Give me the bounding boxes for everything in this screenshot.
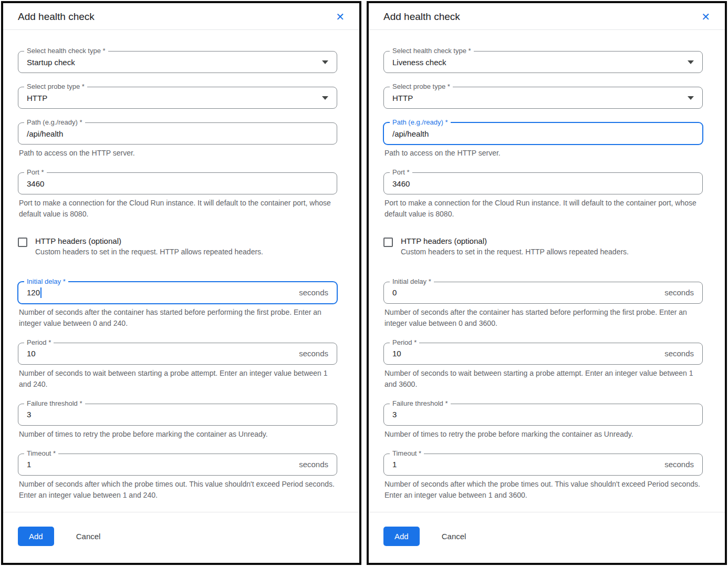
field-label: Port * <box>24 168 47 176</box>
field-group-health-check-type: Select health check type * Liveness chec… <box>383 51 703 73</box>
field-value: HTTP <box>392 94 413 102</box>
period-input[interactable]: Period * 10 seconds <box>18 343 337 365</box>
dialog-title: Add health check <box>383 11 460 23</box>
field-group-failure-threshold: Failure threshold * 3 Number of times to… <box>18 404 337 440</box>
field-group-timeout: Timeout * 1 seconds Number of seconds af… <box>383 454 703 501</box>
field-value: /api/health <box>392 129 429 138</box>
field-label: Path (e.g./ready) * <box>390 118 451 126</box>
field-label: Select health check type * <box>24 47 108 55</box>
add-button[interactable]: Add <box>383 527 420 546</box>
field-group-port: Port * 3460 Port to make a connection fo… <box>383 172 703 220</box>
dialog-footer: Add Cancel <box>3 512 359 563</box>
dialogs-container: Add health check ✕ Select health check t… <box>0 0 728 566</box>
helper-text: Path to access on the HTTP server. <box>384 148 702 159</box>
field-group-port: Port * 3460 Port to make a connection fo… <box>18 172 337 220</box>
field-label: Failure threshold * <box>24 399 85 407</box>
field-value: Liveness check <box>392 58 446 67</box>
text-cursor <box>40 287 41 298</box>
field-value: /api/health <box>27 129 63 138</box>
field-value: 3 <box>392 410 397 419</box>
port-input[interactable]: Port * 3460 <box>383 172 703 194</box>
field-group-timeout: Timeout * 1 seconds Number of seconds af… <box>18 454 337 501</box>
health-check-type-select[interactable]: Select health check type * Startup check <box>18 51 337 73</box>
field-suffix: seconds <box>299 460 328 469</box>
period-input[interactable]: Period * 10 seconds <box>383 343 703 365</box>
checkbox-text: HTTP headers (optional) Custom headers t… <box>35 236 263 258</box>
helper-text: Number of times to retry the probe befor… <box>19 429 336 440</box>
field-suffix: seconds <box>299 349 328 358</box>
dialog-body: Select health check type * Liveness chec… <box>369 30 725 512</box>
helper-text: Number of seconds after which the probe … <box>19 479 336 501</box>
failure-threshold-input[interactable]: Failure threshold * 3 <box>18 404 337 426</box>
field-group-probe-type: Select probe type * HTTP <box>18 87 337 109</box>
field-group-initial-delay: Initial delay * 0 seconds Number of seco… <box>383 282 703 329</box>
checkbox-label[interactable]: HTTP headers (optional) <box>35 236 263 245</box>
field-value: Startup check <box>27 58 75 67</box>
checkbox-helper: Custom headers to set in the request. HT… <box>35 247 263 258</box>
initial-delay-input[interactable]: Initial delay * 120 seconds <box>18 282 337 304</box>
dropdown-arrow-icon <box>688 60 694 64</box>
dropdown-arrow-icon <box>688 96 694 100</box>
field-value: 1 <box>392 460 397 469</box>
field-value: 1 <box>27 460 31 469</box>
http-headers-checkbox[interactable] <box>383 238 393 247</box>
field-label: Initial delay * <box>24 277 68 285</box>
field-value: 3460 <box>392 179 410 188</box>
http-headers-checkbox[interactable] <box>18 238 27 247</box>
field-label: Port * <box>390 168 412 176</box>
close-icon[interactable]: ✕ <box>700 11 711 23</box>
dialog-footer: Add Cancel <box>369 512 725 563</box>
dropdown-arrow-icon <box>322 96 328 100</box>
field-value: 10 <box>392 349 401 358</box>
initial-delay-input[interactable]: Initial delay * 0 seconds <box>383 282 703 304</box>
dialog-header: Add health check ✕ <box>369 3 725 30</box>
path-input[interactable]: Path (e.g./ready) * /api/health <box>383 122 703 145</box>
dialog-startup-check: Add health check ✕ Select health check t… <box>1 1 361 565</box>
field-suffix: seconds <box>664 349 694 358</box>
field-group-path: Path (e.g./ready) * /api/health Path to … <box>383 122 703 159</box>
helper-text: Path to access on the HTTP server. <box>19 148 336 159</box>
field-value: HTTP <box>27 94 47 102</box>
field-value: 120 <box>27 288 40 297</box>
probe-type-select[interactable]: Select probe type * HTTP <box>18 87 337 109</box>
field-label: Select probe type * <box>24 83 87 90</box>
helper-text: Port to make a connection for the Cloud … <box>384 198 702 220</box>
helper-text: Number of seconds after the container ha… <box>19 307 336 329</box>
close-icon[interactable]: ✕ <box>335 11 346 23</box>
field-label: Initial delay * <box>390 277 434 285</box>
dialog-body: Select health check type * Startup check… <box>3 30 359 512</box>
field-group-initial-delay: Initial delay * 120 seconds Number of se… <box>18 282 337 329</box>
cancel-button[interactable]: Cancel <box>76 532 101 541</box>
field-label: Timeout * <box>390 449 424 457</box>
helper-text: Number of times to retry the probe befor… <box>384 429 702 440</box>
health-check-type-select[interactable]: Select health check type * Liveness chec… <box>383 51 703 73</box>
helper-text: Port to make a connection for the Cloud … <box>19 198 336 220</box>
field-group-probe-type: Select probe type * HTTP <box>383 87 703 109</box>
timeout-input[interactable]: Timeout * 1 seconds <box>18 454 337 476</box>
field-group-failure-threshold: Failure threshold * 3 Number of times to… <box>383 404 703 440</box>
probe-type-select[interactable]: Select probe type * HTTP <box>383 87 703 109</box>
checkbox-label[interactable]: HTTP headers (optional) <box>401 236 629 245</box>
field-value: 3 <box>27 410 31 419</box>
helper-text: Number of seconds after the container ha… <box>384 307 702 329</box>
failure-threshold-input[interactable]: Failure threshold * 3 <box>383 404 703 426</box>
cancel-button[interactable]: Cancel <box>442 532 466 541</box>
field-group-path: Path (e.g./ready) * /api/health Path to … <box>18 122 337 159</box>
field-value: 0 <box>392 288 397 297</box>
helper-text: Number of seconds to wait between starti… <box>384 368 702 390</box>
timeout-input[interactable]: Timeout * 1 seconds <box>383 454 703 476</box>
field-label: Period * <box>390 338 419 346</box>
field-label: Select health check type * <box>390 47 474 55</box>
field-label: Timeout * <box>24 449 58 457</box>
field-suffix: seconds <box>299 288 328 297</box>
field-suffix: seconds <box>664 288 694 297</box>
field-value: 3460 <box>27 179 44 188</box>
checkbox-helper: Custom headers to set in the request. HT… <box>401 247 629 258</box>
add-button[interactable]: Add <box>18 527 54 546</box>
dialog-title: Add health check <box>18 11 95 23</box>
field-group-period: Period * 10 seconds Number of seconds to… <box>383 343 703 390</box>
field-label: Failure threshold * <box>390 399 451 407</box>
path-input[interactable]: Path (e.g./ready) * /api/health <box>18 122 337 145</box>
http-headers-group: HTTP headers (optional) Custom headers t… <box>18 236 337 258</box>
port-input[interactable]: Port * 3460 <box>18 172 337 194</box>
